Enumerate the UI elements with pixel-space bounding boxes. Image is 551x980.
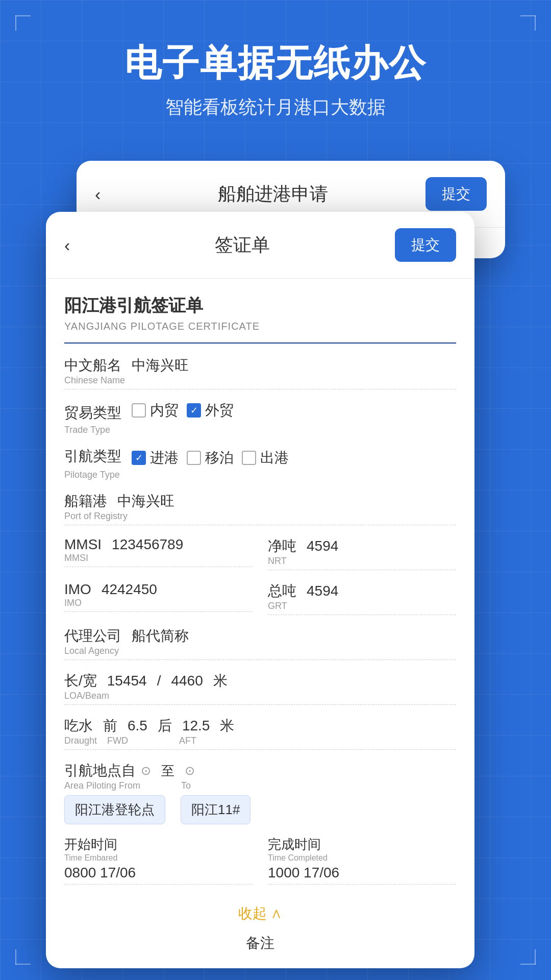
- front-card-back-button[interactable]: ‹: [64, 235, 90, 255]
- grt-label-en: GRT: [268, 601, 456, 611]
- nrt-label-en: NRT: [268, 556, 456, 567]
- port-registry-value: 中海兴旺: [117, 492, 174, 511]
- draught-row: 吃水 前 6.5 后 12.5 米 Draught FWD AFT: [64, 716, 456, 750]
- pilotage-type-shift-label: 移泊: [205, 448, 234, 468]
- grt-col: 总吨 4594 GRT: [268, 581, 456, 615]
- draught-aft-en: AFT: [179, 736, 196, 746]
- time-section: 开始时间 Time Embared 0800 17/06 完成时间 Time C…: [64, 836, 456, 885]
- piloting-to-label: 至: [161, 762, 174, 780]
- grt-value: 4594: [307, 583, 338, 599]
- pilotage-type-enter-label: 进港: [150, 448, 179, 468]
- port-registry-row: 船籍港 中海兴旺 Port of Registry: [64, 492, 456, 525]
- time-completed-line: [268, 884, 456, 885]
- pilotage-type-enter-checkbox[interactable]: ✓: [132, 451, 146, 465]
- chinese-name-label-en: Chinese Name: [64, 375, 456, 386]
- local-agency-label: 代理公司: [64, 626, 121, 646]
- mmsi-nrt-row: MMSI 123456789 MMSI 净吨 4594 NRT: [64, 536, 456, 570]
- trade-type-foreign-label: 外贸: [205, 401, 234, 420]
- piloting-from-value[interactable]: 阳江港登轮点: [64, 795, 165, 824]
- grt-line: [268, 615, 456, 615]
- local-agency-value: 船代简称: [132, 626, 189, 646]
- trade-type-foreign-check-icon: ✓: [190, 406, 198, 415]
- draught-label: 吃水: [64, 716, 93, 736]
- trade-type-label-en: Trade Type: [64, 425, 456, 435]
- trade-type-domestic[interactable]: 内贸: [132, 401, 179, 420]
- back-card-back-button[interactable]: ‹: [95, 184, 120, 204]
- piloting-area-header: 引航地点自 ⊙ 至 ⊙: [64, 761, 456, 780]
- time-embared-value: 0800 17/06: [64, 865, 253, 881]
- trade-type-domestic-checkbox[interactable]: [132, 403, 146, 418]
- chinese-name-row: 中文船名 中海兴旺 Chinese Name: [64, 356, 456, 389]
- pilotage-type-shift-checkbox[interactable]: [187, 451, 201, 465]
- pilotage-type-enter-check-icon: ✓: [135, 453, 143, 462]
- loa-unit: 米: [213, 671, 228, 691]
- trade-type-row: 贸易类型 内贸 ✓ 外贸: [64, 401, 456, 435]
- loa-value: 15454: [107, 673, 147, 689]
- location-to-icon: ⊙: [185, 764, 195, 778]
- pilotage-type-exit-checkbox[interactable]: [242, 451, 256, 465]
- chinese-name-label: 中文船名: [64, 356, 121, 375]
- draught-fwd-label: 前: [103, 716, 117, 736]
- local-agency-row: 代理公司 船代简称 Local Agency: [64, 626, 456, 660]
- pilotage-type-enter[interactable]: ✓ 进港: [132, 448, 179, 468]
- port-registry-line: [64, 525, 456, 525]
- time-embared-label-zh: 开始时间: [64, 837, 117, 852]
- pilotage-type-exit[interactable]: 出港: [242, 448, 289, 468]
- nrt-line: [268, 570, 456, 570]
- pilotage-type-label: 引航类型: [64, 447, 121, 466]
- draught-aft-value: 12.5: [182, 718, 210, 734]
- nrt-value: 4594: [307, 538, 338, 554]
- nrt-col: 净吨 4594 NRT: [268, 536, 456, 570]
- imo-value: 4242450: [102, 581, 157, 598]
- loa-separator: /: [157, 673, 161, 689]
- pilotage-type-options: ✓ 进港 移泊 出港: [132, 448, 289, 468]
- time-completed-label-zh: 完成时间: [268, 837, 321, 852]
- front-card-submit-button[interactable]: 提交: [395, 228, 456, 262]
- loa-beam-label-en: LOA/Beam: [64, 691, 456, 701]
- form-top-divider: [64, 342, 456, 344]
- pilotage-type-exit-label: 出港: [260, 448, 289, 468]
- local-agency-line: [64, 659, 456, 660]
- form-title-zh: 阳江港引航签证单: [64, 294, 456, 317]
- mmsi-label-en: MMSI: [64, 553, 253, 564]
- mmsi-label: MMSI: [64, 536, 102, 553]
- piloting-area-row: 引航地点自 ⊙ 至 ⊙ Area Piloting From To 阳江港登轮点…: [64, 761, 456, 824]
- pilotage-type-row: 引航类型 ✓ 进港 移泊: [64, 447, 456, 480]
- mmsi-line: [64, 567, 253, 567]
- front-card-title: 签证单: [90, 233, 395, 258]
- piloting-from-label-en: Area Piloting From: [64, 780, 140, 791]
- time-embared-col: 开始时间 Time Embared 0800 17/06: [64, 836, 253, 885]
- front-card-header: ‹ 签证单 提交: [46, 212, 474, 279]
- trade-type-foreign[interactable]: ✓ 外贸: [187, 401, 234, 420]
- location-from-icon: ⊙: [141, 764, 151, 778]
- draught-fwd-value: 6.5: [128, 718, 147, 734]
- pilotage-type-shift[interactable]: 移泊: [187, 448, 234, 468]
- collapse-button[interactable]: 收起 ∧: [64, 896, 456, 928]
- time-embared-label-en: Time Embared: [64, 853, 253, 863]
- back-card-submit-button[interactable]: 提交: [425, 177, 487, 211]
- local-agency-label-en: Local Agency: [64, 646, 456, 656]
- bottom-hint: 备注: [64, 928, 456, 953]
- time-embared-line: [64, 884, 253, 885]
- port-registry-label-en: Port of Registry: [64, 511, 456, 522]
- grt-label: 总吨: [268, 581, 296, 601]
- draught-aft-label: 后: [158, 716, 172, 736]
- pilotage-type-label-en: Pilotage Type: [64, 470, 456, 480]
- cards-wrapper: ‹ 船舶进港申请 提交 ‹ 签证单 提交 阳江港引航签证单 YANGJIANG …: [46, 161, 505, 926]
- trade-type-options: 内贸 ✓ 外贸: [132, 401, 234, 420]
- piloting-to-value[interactable]: 阳江11#: [181, 795, 251, 824]
- beam-value: 4460: [171, 673, 203, 689]
- form-title-en: YANGJIANG PILOTAGE CERTIFICATE: [64, 321, 456, 332]
- back-card-title: 船舶进港申请: [120, 182, 425, 207]
- trade-type-domestic-label: 内贸: [150, 401, 179, 420]
- loa-beam-label: 长/宽: [64, 671, 97, 691]
- nrt-label: 净吨: [268, 536, 296, 556]
- loa-beam-row: 长/宽 15454 / 4460 米 LOA/Beam: [64, 671, 456, 705]
- piloting-from-label: 引航地点自: [64, 761, 136, 780]
- imo-label: IMO: [64, 581, 91, 598]
- draught-fwd-en: FWD: [107, 736, 128, 746]
- hero-subtitle: 智能看板统计月港口大数据: [20, 95, 531, 120]
- trade-type-foreign-checkbox[interactable]: ✓: [187, 403, 201, 418]
- chinese-name-line: [64, 389, 456, 389]
- time-completed-label-en: Time Completed: [268, 853, 456, 863]
